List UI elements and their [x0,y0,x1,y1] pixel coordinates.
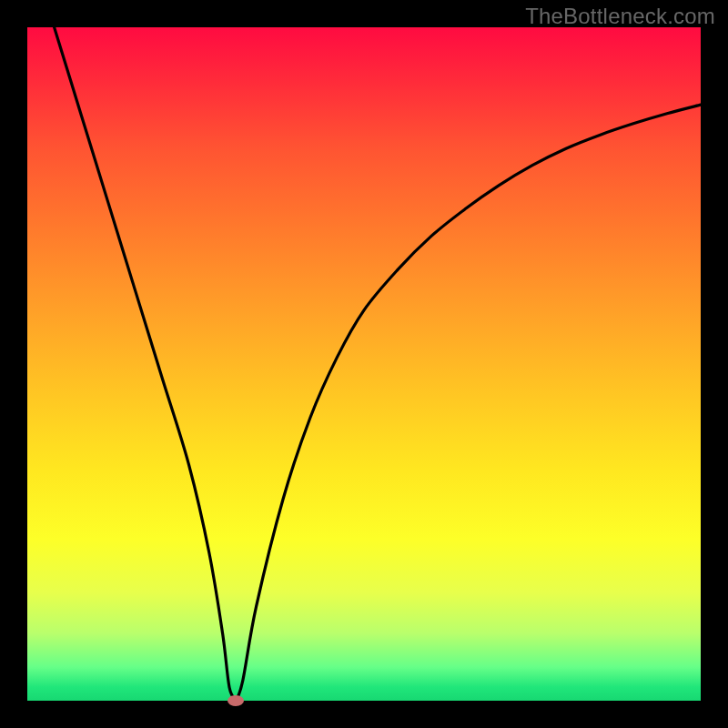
chart-frame: TheBottleneck.com [0,0,728,728]
watermark-text: TheBottleneck.com [525,4,715,29]
minimum-marker [228,695,244,706]
plot-area [27,27,701,701]
bottleneck-curve [27,27,701,701]
